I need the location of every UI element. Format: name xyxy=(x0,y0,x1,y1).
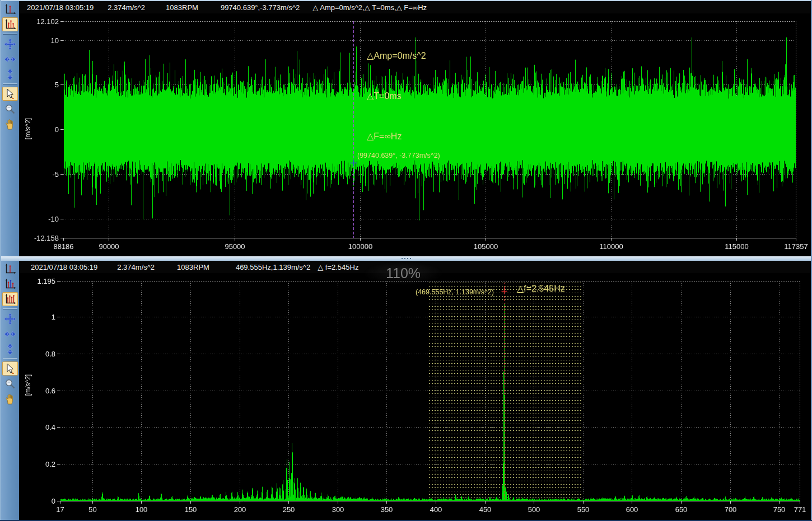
waveform-header: 2021/07/18 03:05:19 2.374m/s^2 1083RPM 9… xyxy=(19,1,811,13)
single-marker-chart-icon[interactable] xyxy=(2,2,18,16)
pan-vertical-icon[interactable] xyxy=(2,342,18,356)
zoom-level-indicator: 110% xyxy=(364,261,442,285)
hand-icon[interactable] xyxy=(2,117,18,131)
delta-t-line: △T=0ms xyxy=(367,90,426,103)
zoom-icon[interactable] xyxy=(2,377,18,391)
zoom-icon[interactable] xyxy=(2,102,18,116)
header-cursor-readout: 469.555Hz,1.139m/s^2 xyxy=(236,263,310,271)
waveform-plot-area: [m/s^2] △Amp=0m/s^2 △T=0ms △F=∞Hz (99740… xyxy=(19,13,811,256)
toolbar-separator xyxy=(3,308,17,309)
window-frame-top xyxy=(0,0,812,1)
single-marker-chart-icon[interactable] xyxy=(2,262,18,276)
toolbar-separator xyxy=(3,358,17,359)
spectrum-plot-area: [m/s^2] (469.555Hz, 1.139m/s^2) △f=2.545… xyxy=(19,273,811,520)
pan-vertical-icon[interactable] xyxy=(2,67,18,81)
spectrum-toolbar xyxy=(1,261,19,520)
spectrum-plot-canvas[interactable] xyxy=(19,273,811,520)
waveform-toolbar xyxy=(1,1,19,256)
header-timestamp: 2021/07/18 03:05:19 xyxy=(31,263,97,271)
pan-all-icon[interactable] xyxy=(2,312,18,326)
vibration-analyzer-window: 2021/07/18 03:05:19 2.374m/s^2 1083RPM 9… xyxy=(0,0,812,521)
waveform-delta-annotation: △Amp=0m/s^2 △T=0ms △F=∞Hz xyxy=(367,22,426,170)
spectrum-cursor-label: (469.555Hz, 1.139m/s^2) xyxy=(416,288,494,296)
header-amplitude: 2.374m/s^2 xyxy=(108,3,145,12)
pan-horizontal-icon[interactable] xyxy=(2,52,18,66)
spectrum-delta-f-label: △f=2.545Hz xyxy=(517,283,565,294)
window-frame-left xyxy=(0,0,1,521)
delta-f-line: △F=∞Hz xyxy=(367,130,426,143)
multi-marker-chart-icon[interactable] xyxy=(2,17,18,31)
header-delta-readout: △ Amp=0m/s^2,△ T=0ms,△ F=∞Hz xyxy=(312,3,427,12)
splitter-grip-icon xyxy=(402,258,403,259)
delta-amp-line: △Amp=0m/s^2 xyxy=(367,49,426,63)
header-rpm: 1083RPM xyxy=(177,263,209,271)
header-amplitude: 2.374m/s^2 xyxy=(117,263,155,271)
toolbar-separator xyxy=(3,34,17,35)
panel-splitter[interactable] xyxy=(1,256,811,261)
waveform-y-axis-label: [m/s^2] xyxy=(24,112,32,145)
waveform-cursor-label: (99740.639°, -3.773m/s^2) xyxy=(357,152,440,159)
pointer-icon[interactable] xyxy=(2,87,18,101)
hand-icon[interactable] xyxy=(2,392,18,406)
pointer-icon[interactable] xyxy=(2,362,18,376)
spectrum-y-axis-label: [m/s^2] xyxy=(24,368,32,402)
dual-marker-chart-icon[interactable] xyxy=(2,277,18,291)
header-timestamp: 2021/07/18 03:05:19 xyxy=(27,3,94,12)
header-rpm: 1083RPM xyxy=(166,3,198,12)
pan-horizontal-icon[interactable] xyxy=(2,327,18,341)
harmonic-marker-chart-icon[interactable] xyxy=(2,292,18,306)
header-delta-readout: △ f=2.545Hz xyxy=(318,263,358,271)
toolbar-separator xyxy=(3,83,17,85)
pan-all-icon[interactable] xyxy=(2,37,18,51)
header-cursor-readout: 99740.639°,-3.773m/s^2 xyxy=(221,3,300,12)
